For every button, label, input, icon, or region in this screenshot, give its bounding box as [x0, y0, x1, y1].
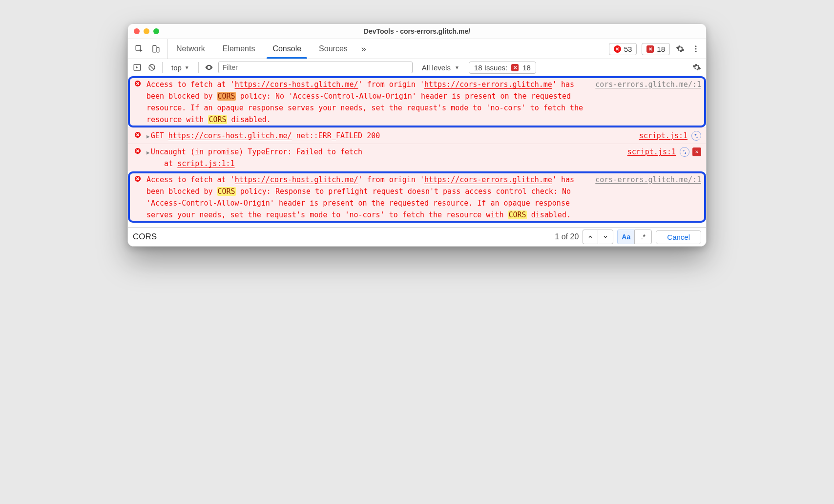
- svg-rect-1: [153, 45, 156, 52]
- issue-icon: ✕: [511, 64, 519, 71]
- find-bar: 1 of 20 Aa .* Cancel: [128, 227, 706, 246]
- find-cancel-button[interactable]: Cancel: [656, 230, 701, 244]
- close-window-button[interactable]: [134, 28, 140, 34]
- console-spacer: [128, 223, 706, 227]
- kebab-menu-icon[interactable]: [690, 43, 701, 54]
- issues-count: 18: [522, 63, 531, 72]
- regex-toggle[interactable]: .*: [634, 230, 652, 244]
- error-count-badge[interactable]: ✕ 53: [609, 43, 637, 55]
- svg-point-4: [695, 48, 697, 50]
- console-output: Access to fetch at 'https://cors-host.gl…: [128, 76, 706, 223]
- search-highlight: CORS: [508, 210, 527, 219]
- chevron-down-icon: ▼: [185, 65, 189, 70]
- settings-icon[interactable]: [675, 43, 686, 54]
- svg-point-5: [695, 51, 697, 52]
- console-error-message[interactable]: Access to fetch at 'https://cors-host.gl…: [128, 76, 706, 127]
- message-text: Access to fetch at 'https://cors-host.gl…: [146, 79, 591, 126]
- console-error-message[interactable]: Access to fetch at 'https://cors-host.gl…: [128, 171, 706, 223]
- source-link[interactable]: https://cors-errors.glitch.me: [424, 80, 552, 89]
- source-link[interactable]: https://cors-host.glitch.me/: [168, 131, 292, 140]
- devtools-window: DevTools - cors-errors.glitch.me/ Networ…: [127, 23, 707, 247]
- message-text: Access to fetch at 'https://cors-host.gl…: [146, 174, 591, 221]
- filter-input[interactable]: [218, 62, 413, 73]
- titlebar: DevTools - cors-errors.glitch.me/: [128, 24, 706, 39]
- find-input[interactable]: [128, 231, 392, 243]
- panel-tabstrip: NetworkElementsConsoleSources » ✕ 53 ✕ 1…: [128, 39, 706, 59]
- source-link[interactable]: script.js:1:1: [177, 159, 234, 168]
- more-tabs-button[interactable]: »: [356, 39, 371, 59]
- live-expression-icon[interactable]: [204, 62, 214, 73]
- inspect-element-icon[interactable]: [134, 43, 145, 54]
- zoom-window-button[interactable]: [153, 28, 159, 34]
- message-source-link[interactable]: cors-errors.glitch.me/:1: [595, 79, 701, 90]
- tab-network[interactable]: Network: [167, 39, 214, 59]
- svg-rect-2: [157, 47, 159, 52]
- error-icon: [133, 130, 143, 138]
- console-settings-icon[interactable]: [691, 62, 702, 73]
- svg-line-8: [150, 65, 154, 70]
- context-selector[interactable]: top ▼: [167, 62, 193, 74]
- message-source-link[interactable]: script.js:1: [627, 146, 676, 158]
- error-icon: [133, 146, 143, 154]
- console-toolbar: top ▼ All levels ▼ 18 Issues: ✕ 18: [128, 59, 706, 76]
- find-count: 1 of 20: [555, 232, 579, 241]
- window-title: DevTools - cors-errors.glitch.me/: [128, 27, 706, 35]
- message-source-link[interactable]: cors-errors.glitch.me/:1: [595, 174, 701, 186]
- search-highlight: CORS: [217, 92, 236, 101]
- match-case-toggle[interactable]: Aa: [617, 230, 634, 244]
- error-icon: [133, 79, 143, 87]
- source-link[interactable]: https://cors-host.glitch.me/: [235, 80, 358, 89]
- expand-icon[interactable]: ▶: [146, 133, 150, 140]
- context-label: top: [171, 63, 182, 72]
- tab-elements[interactable]: Elements: [214, 39, 264, 59]
- issue-icon: ✕: [646, 45, 654, 53]
- toggle-console-drawer-icon[interactable]: [132, 62, 143, 73]
- log-levels-label: All levels: [422, 63, 451, 72]
- log-levels-selector[interactable]: All levels ▼: [417, 61, 465, 74]
- minimize-window-button[interactable]: [144, 28, 149, 34]
- find-next-button[interactable]: [598, 230, 613, 244]
- svg-point-3: [695, 45, 697, 47]
- issue-count: 18: [657, 45, 665, 53]
- expand-icon[interactable]: ▶: [146, 149, 150, 156]
- error-count: 53: [624, 45, 632, 53]
- source-link[interactable]: https://cors-errors.glitch.me: [424, 175, 552, 184]
- source-link[interactable]: https://cors-host.glitch.me/: [235, 175, 358, 184]
- console-error-message[interactable]: ▶Uncaught (in promise) TypeError: Failed…: [128, 144, 706, 171]
- tab-console[interactable]: Console: [264, 39, 310, 59]
- search-highlight: CORS: [217, 187, 236, 196]
- error-icon: [133, 174, 143, 182]
- issue-count-badge[interactable]: ✕ 18: [642, 43, 670, 55]
- console-error-message[interactable]: ▶GET https://cors-host.glitch.me/ net::E…: [128, 127, 706, 144]
- find-prev-button[interactable]: [583, 230, 598, 244]
- clear-console-icon[interactable]: [146, 62, 157, 73]
- request-initiator-icon[interactable]: [680, 147, 689, 157]
- search-highlight: CORS: [208, 115, 227, 124]
- request-initiator-icon[interactable]: [691, 131, 701, 141]
- issue-link-icon[interactable]: ✕: [692, 147, 701, 156]
- message-text: ▶GET https://cors-host.glitch.me/ net::E…: [146, 130, 635, 142]
- chevron-down-icon: ▼: [455, 65, 459, 70]
- window-controls: [128, 28, 159, 34]
- error-icon: ✕: [614, 45, 621, 53]
- issues-counter[interactable]: 18 Issues: ✕ 18: [469, 62, 536, 74]
- tab-sources[interactable]: Sources: [310, 39, 356, 59]
- issues-label: 18 Issues:: [474, 63, 507, 72]
- message-text: ▶Uncaught (in promise) TypeError: Failed…: [146, 146, 624, 169]
- message-source-link[interactable]: script.js:1: [639, 130, 688, 142]
- device-toolbar-icon[interactable]: [150, 43, 161, 54]
